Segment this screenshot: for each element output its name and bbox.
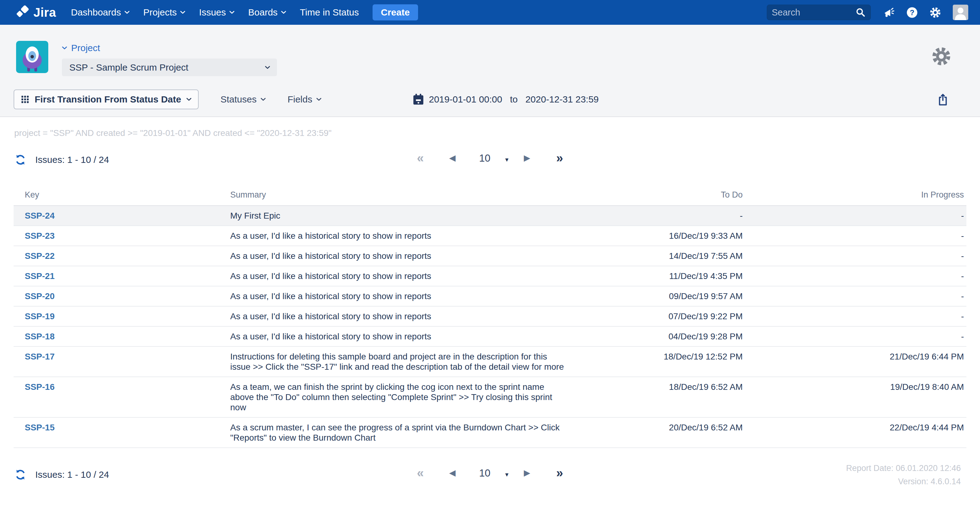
fields-dropdown[interactable]: Fields (288, 94, 321, 105)
jira-logo-icon (16, 5, 30, 19)
date-from-value: 2019-01-01 00:00 (429, 94, 502, 105)
project-select[interactable]: SSP - Sample Scrum Project (62, 59, 277, 76)
jira-logo-text: Jira (33, 6, 56, 19)
project-dropdown-toggle[interactable]: Project (62, 43, 277, 53)
refresh-icon[interactable] (14, 153, 27, 166)
in-progress-date-cell: - (743, 251, 966, 261)
issue-summary-cell: As a user, I'd like a historical story t… (230, 291, 595, 301)
nav-item-label: Boards (248, 7, 278, 18)
table-row: SSP-23As a user, I'd like a historical s… (14, 226, 966, 246)
page-size-select[interactable]: 10 ▼ (479, 468, 510, 478)
user-avatar[interactable] (953, 5, 968, 20)
column-header-summary: Summary (230, 190, 595, 200)
caret-down-icon: ▼ (504, 472, 510, 477)
report-date-label: Report Date: 06.01.2020 12:46 (846, 462, 961, 475)
jira-logo[interactable]: Jira (16, 5, 56, 19)
statuses-label: Statuses (220, 94, 256, 105)
search-icon (855, 7, 866, 18)
issue-key-cell: SSP-21 (14, 271, 230, 281)
create-button[interactable]: Create (372, 4, 418, 21)
issue-key-link[interactable]: SSP-17 (25, 352, 55, 361)
issues-count-label: Issues: 1 - 10 / 24 (35, 155, 109, 165)
issues-table-header: Key Summary To Do In Progress (14, 190, 966, 206)
project-label: Project (71, 43, 100, 53)
todo-date-cell: 20/Dec/19 6:52 AM (595, 422, 743, 443)
table-row: SSP-19As a user, I'd like a historical s… (14, 306, 966, 327)
export-icon[interactable] (937, 93, 949, 107)
issue-summary-cell: As a user, I'd like a historical story t… (230, 231, 595, 241)
issue-key-cell: SSP-19 (14, 311, 230, 321)
nav-item-label: Time in Status (300, 7, 359, 18)
chevron-down-icon (261, 98, 266, 101)
nav-item-time-in-status[interactable]: Time in Status (300, 7, 359, 18)
pagination: « ◀ 10 ▼ ▶ » (417, 152, 563, 164)
date-range-picker[interactable]: 2019-01-01 00:00 to 2020-12-31 23:59 (412, 89, 599, 109)
statuses-dropdown[interactable]: Statuses (220, 94, 266, 105)
table-row: SSP-20As a user, I'd like a historical s… (14, 286, 966, 306)
todo-date-cell: - (595, 211, 743, 221)
pagination-next-button[interactable]: ▶ (524, 469, 530, 477)
pagination-first-button[interactable]: « (417, 467, 424, 479)
nav-item-dashboards[interactable]: Dashboards (71, 7, 130, 18)
navbar-icons: ? (883, 5, 968, 20)
version-label: Version: 4.6.0.14 (846, 475, 961, 488)
nav-item-issues[interactable]: Issues (199, 7, 235, 18)
gear-icon[interactable] (929, 7, 941, 18)
pagination-last-button[interactable]: » (556, 152, 563, 164)
issue-key-link[interactable]: SSP-20 (25, 291, 55, 301)
help-icon[interactable]: ? (906, 7, 918, 18)
todo-date-cell: 04/Dec/19 9:28 PM (595, 331, 743, 342)
issue-key-link[interactable]: SSP-18 (25, 332, 55, 341)
report-header: Project SSP - Sample Scrum Project First… (0, 25, 980, 117)
todo-date-cell: 07/Dec/19 9:22 PM (595, 311, 743, 321)
in-progress-date-cell: - (743, 271, 966, 281)
table-row: SSP-17Instructions for deleting this sam… (14, 347, 966, 377)
todo-date-cell: 14/Dec/19 7:55 AM (595, 251, 743, 261)
chevron-down-icon (281, 11, 286, 14)
issue-key-link[interactable]: SSP-19 (25, 311, 55, 321)
issue-key-cell: SSP-20 (14, 291, 230, 301)
in-progress-date-cell: - (743, 291, 966, 301)
issue-key-link[interactable]: SSP-24 (25, 211, 55, 220)
issue-key-link[interactable]: SSP-23 (25, 231, 55, 241)
table-row: SSP-22As a user, I'd like a historical s… (14, 246, 966, 266)
issue-key-link[interactable]: SSP-21 (25, 271, 55, 281)
svg-text:?: ? (910, 8, 915, 16)
page-size-select[interactable]: 10 ▼ (479, 153, 510, 163)
issue-key-cell: SSP-18 (14, 331, 230, 342)
todo-date-cell: 09/Dec/19 9:57 AM (595, 291, 743, 301)
report-type-dropdown[interactable]: First Transition From Status Date (14, 89, 199, 109)
pagination-prev-button[interactable]: ◀ (449, 154, 455, 162)
nav-item-projects[interactable]: Projects (143, 7, 185, 18)
table-row: SSP-24My First Epic-- (14, 206, 966, 226)
nav-item-label: Issues (199, 7, 226, 18)
search-box[interactable] (767, 5, 871, 20)
pagination-prev-button[interactable]: ◀ (449, 469, 455, 477)
table-row: SSP-15As a scrum master, I can see the p… (14, 418, 966, 448)
table-row: SSP-18As a user, I'd like a historical s… (14, 327, 966, 347)
report-meta: Report Date: 06.01.2020 12:46 Version: 4… (846, 462, 961, 488)
grid-icon (21, 95, 29, 104)
person-icon (953, 5, 968, 20)
pagination-first-button[interactable]: « (417, 152, 424, 164)
issue-key-link[interactable]: SSP-15 (25, 423, 55, 432)
issue-key-link[interactable]: SSP-22 (25, 251, 55, 261)
project-select-value: SSP - Sample Scrum Project (69, 62, 188, 73)
pagination-next-button[interactable]: ▶ (524, 154, 530, 162)
pagination-last-button[interactable]: » (556, 467, 563, 479)
megaphone-icon[interactable] (883, 7, 895, 18)
caret-down-icon: ▼ (504, 157, 510, 163)
todo-date-cell: 16/Dec/19 9:33 AM (595, 231, 743, 241)
refresh-icon[interactable] (14, 468, 27, 481)
column-header-in-progress: In Progress (743, 190, 966, 200)
issue-key-link[interactable]: SSP-16 (25, 382, 55, 392)
report-settings-gear-icon[interactable] (931, 46, 951, 66)
column-header-key: Key (14, 190, 230, 200)
search-input[interactable] (772, 8, 855, 18)
nav-item-label: Dashboards (71, 7, 121, 18)
issue-summary-cell: My First Epic (230, 211, 595, 221)
in-progress-date-cell: 22/Dec/19 4:44 PM (743, 422, 966, 443)
issues-toolbar-top: Issues: 1 - 10 / 24 « ◀ 10 ▼ ▶ » (14, 147, 966, 173)
issue-summary-cell: As a scrum master, I can see the progres… (230, 422, 595, 443)
nav-item-boards[interactable]: Boards (248, 7, 286, 18)
